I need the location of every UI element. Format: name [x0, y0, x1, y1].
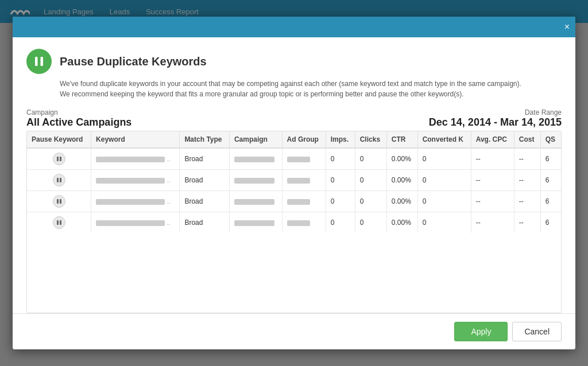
campaign-blur-0	[234, 157, 274, 162]
pause-icon-3	[57, 220, 61, 225]
cell-qs-3: 6	[540, 212, 561, 233]
svg-rect-1	[41, 57, 44, 66]
modal-body: Pause Duplicate Keywords We've found dup…	[13, 37, 575, 313]
cell-match-type-1: Broad	[180, 170, 230, 191]
cell-ad-group-1	[282, 170, 326, 191]
pause-button-0[interactable]	[53, 153, 65, 165]
cell-converted-2: 0	[417, 191, 471, 212]
cell-pause-btn[interactable]	[27, 212, 91, 233]
pause-button-1[interactable]	[53, 174, 65, 186]
pause-icon-1	[57, 178, 61, 182]
cell-campaign-1	[229, 170, 282, 191]
cancel-button[interactable]: Cancel	[512, 322, 562, 341]
pause-icon-0	[57, 157, 61, 161]
keyword-blur-2	[96, 199, 165, 205]
pause-symbol-icon	[32, 54, 47, 69]
cell-qs-2: 6	[540, 191, 561, 212]
modal-title-row: Pause Duplicate Keywords	[26, 49, 562, 74]
keyword-blur-3	[96, 220, 165, 226]
cell-imps-1: 0	[326, 170, 355, 191]
cell-ad-group-2	[282, 191, 326, 212]
col-ctr: CTR	[386, 131, 417, 148]
cell-campaign-3	[229, 212, 282, 233]
cell-qs-0: 6	[540, 148, 561, 170]
col-avg-cpc: Avg. CPC	[471, 131, 514, 148]
keyword-blur-1	[96, 178, 165, 184]
cell-clicks-0: 0	[355, 148, 386, 170]
keyword-blur-0	[96, 157, 165, 162]
cell-converted-0: 0	[417, 148, 471, 170]
cell-clicks-3: 0	[355, 212, 386, 233]
adgroup-blur-0	[287, 157, 310, 162]
cell-imps-0: 0	[326, 148, 355, 170]
cell-match-type-2: Broad	[180, 191, 230, 212]
col-converted: Converted K	[417, 131, 471, 148]
date-range-value: Dec 14, 2014 - Mar 14, 2015	[429, 116, 562, 129]
cell-ctr-3: 0.00%	[386, 212, 417, 233]
modal-description-line2: We recommend keeping the keyword that fi…	[60, 90, 463, 98]
cell-converted-3: 0	[417, 212, 471, 233]
campaign-label: Campaign	[26, 108, 131, 116]
cell-match-type-3: Broad	[180, 212, 230, 233]
table-row: .. Broad 0 0 0.00% 0 -- -- 6	[27, 170, 561, 191]
modal-description-line1: We've found duplicate keywords in your a…	[60, 80, 521, 88]
cell-clicks-2: 0	[355, 191, 386, 212]
cell-ad-group-3	[282, 212, 326, 233]
adgroup-blur-2	[287, 199, 310, 205]
cell-keyword-2: ..	[91, 191, 180, 212]
cell-avg-cpc-1: --	[471, 170, 514, 191]
col-keyword: Keyword	[91, 131, 180, 148]
keywords-table: Pause Keyword Keyword Match Type Campaig…	[27, 131, 561, 233]
col-qs: QS	[540, 131, 561, 148]
date-range-info: Date Range Dec 14, 2014 - Mar 14, 2015	[429, 108, 562, 129]
cell-avg-cpc-2: --	[471, 191, 514, 212]
col-cost: Cost	[514, 131, 540, 148]
campaign-blur-3	[234, 220, 274, 226]
cell-keyword-1: ..	[91, 170, 180, 191]
svg-rect-0	[35, 57, 38, 66]
campaign-value: All Active Campaigns	[26, 116, 131, 129]
date-range-label: Date Range	[429, 108, 562, 116]
cell-qs-1: 6	[540, 170, 561, 191]
pause-button-3[interactable]	[53, 216, 65, 229]
campaign-info: Campaign All Active Campaigns	[26, 108, 131, 129]
cell-ctr-2: 0.00%	[386, 191, 417, 212]
col-ad-group: Ad Group	[282, 131, 326, 148]
cell-clicks-1: 0	[355, 170, 386, 191]
adgroup-blur-1	[287, 178, 310, 184]
pause-icon-2	[57, 199, 61, 204]
cell-pause-btn[interactable]	[27, 191, 91, 212]
cell-ctr-1: 0.00%	[386, 170, 417, 191]
cell-imps-2: 0	[326, 191, 355, 212]
pause-icon-circle	[26, 49, 52, 74]
campaign-blur-1	[234, 178, 274, 184]
cell-converted-1: 0	[417, 170, 471, 191]
close-button[interactable]: ×	[564, 22, 570, 32]
modal-container: × Pause Duplicate Keywords We've found d…	[13, 17, 575, 349]
cell-pause-btn[interactable]	[27, 170, 91, 191]
cell-ctr-0: 0.00%	[386, 148, 417, 170]
cell-cost-3: --	[514, 212, 540, 233]
cell-campaign-2	[229, 191, 282, 212]
cell-imps-3: 0	[326, 212, 355, 233]
campaign-blur-2	[234, 199, 274, 205]
table-row: .. Broad 0 0 0.00% 0 -- -- 6	[27, 191, 561, 212]
cell-keyword-3: ..	[91, 212, 180, 233]
cell-match-type-0: Broad	[180, 148, 230, 170]
apply-button[interactable]: Apply	[454, 322, 508, 341]
modal-overlay: × Pause Duplicate Keywords We've found d…	[0, 0, 588, 366]
modal-header: ×	[13, 17, 575, 37]
pause-button-2[interactable]	[53, 195, 65, 208]
cell-campaign-0	[229, 148, 282, 170]
cell-ad-group-0	[282, 148, 326, 170]
col-campaign: Campaign	[229, 131, 282, 148]
col-pause-keyword: Pause Keyword	[27, 131, 91, 148]
cell-pause-btn[interactable]	[27, 148, 91, 170]
cell-cost-0: --	[514, 148, 540, 170]
modal-footer: Apply Cancel	[13, 313, 575, 349]
cell-avg-cpc-3: --	[471, 212, 514, 233]
campaign-date-row: Campaign All Active Campaigns Date Range…	[26, 108, 562, 129]
table-header-row: Pause Keyword Keyword Match Type Campaig…	[27, 131, 561, 148]
col-imps: Imps.	[326, 131, 355, 148]
table-row: .. Broad 0 0 0.00% 0 -- -- 6	[27, 212, 561, 233]
